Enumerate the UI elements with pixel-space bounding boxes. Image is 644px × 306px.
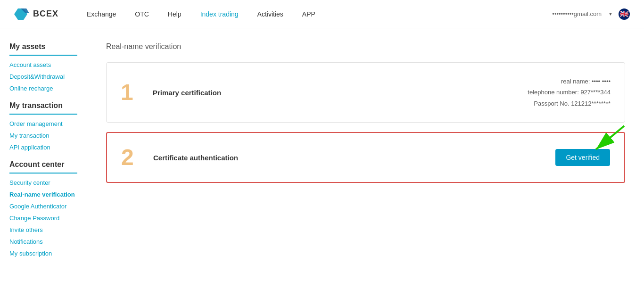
main-container: My assets Account assets Deposit&Withdra… xyxy=(0,28,644,306)
telephone-label: telephone number: xyxy=(528,89,578,96)
passport-value: 121212******** xyxy=(571,100,611,107)
passport-row: Passport No. 121212******** xyxy=(528,98,611,109)
real-name-label: real name: xyxy=(561,78,590,85)
sidebar: My assets Account assets Deposit&Withdra… xyxy=(0,28,87,306)
sidebar-item-order-management[interactable]: Order management xyxy=(9,120,77,127)
user-email[interactable]: ••••••••••gmail.com xyxy=(552,10,602,17)
svg-line-3 xyxy=(596,126,624,149)
step-1-number: 1 xyxy=(121,81,140,104)
primary-certification-title: Primary certification xyxy=(153,89,528,97)
certificate-authentication-card: 2 Certificate authentication Get verifie… xyxy=(106,132,625,183)
real-name-value: •••• •••• xyxy=(592,78,611,85)
sidebar-section-title-my-transaction: My transaction xyxy=(9,101,77,115)
sidebar-item-api-application[interactable]: API application xyxy=(9,144,77,151)
sidebar-item-my-transaction[interactable]: My transaction xyxy=(9,132,77,139)
get-verified-button[interactable]: Get verified xyxy=(555,149,610,166)
dropdown-arrow-icon[interactable]: ▼ xyxy=(608,11,613,17)
logo[interactable]: BCEX xyxy=(14,7,58,22)
sidebar-item-notifications[interactable]: Notifications xyxy=(9,238,77,245)
language-flag-icon[interactable]: 🇬🇧 xyxy=(619,8,630,20)
sidebar-section-title-my-assets: My assets xyxy=(9,42,77,56)
sidebar-section-title-account-center: Account center xyxy=(9,160,77,174)
sidebar-item-my-subscription[interactable]: My subscription xyxy=(9,250,77,257)
nav-exchange[interactable]: Exchange xyxy=(87,10,116,18)
sidebar-section-my-assets: My assets Account assets Deposit&Withdra… xyxy=(9,42,77,92)
nav-otc[interactable]: OTC xyxy=(135,10,149,18)
sidebar-item-online-recharge[interactable]: Online recharge xyxy=(9,85,77,92)
header: BCEX Exchange OTC Help Index trading Act… xyxy=(0,0,644,28)
primary-certification-info: real name: •••• •••• telephone number: 9… xyxy=(528,76,611,109)
nav-activities[interactable]: Activities xyxy=(257,10,283,18)
sidebar-section-account-center: Account center Security center Real-name… xyxy=(9,160,77,257)
sidebar-item-security-center[interactable]: Security center xyxy=(9,179,77,186)
nav-help[interactable]: Help xyxy=(168,10,182,18)
real-name-row: real name: •••• •••• xyxy=(528,76,611,87)
page-title: Real-name verification xyxy=(106,42,625,51)
header-right: ••••••••••gmail.com ▼ 🇬🇧 xyxy=(552,8,630,20)
sidebar-item-account-assets[interactable]: Account assets xyxy=(9,61,77,68)
nav-index-trading[interactable]: Index trading xyxy=(200,10,239,18)
sidebar-item-deposit-withdrawal[interactable]: Deposit&Withdrawal xyxy=(9,73,77,80)
content-area: Real-name verification 1 Primary certifi… xyxy=(87,28,644,306)
certificate-authentication-title: Certificate authentication xyxy=(153,154,555,162)
telephone-row: telephone number: 927****344 xyxy=(528,87,611,98)
sidebar-item-google-authenticator[interactable]: Google Authenticator xyxy=(9,203,77,210)
sidebar-item-change-password[interactable]: Change Password xyxy=(9,215,77,222)
logo-text: BCEX xyxy=(33,9,58,19)
step-2-number: 2 xyxy=(121,146,140,169)
telephone-value: 927****344 xyxy=(580,89,611,96)
main-nav: Exchange OTC Help Index trading Activiti… xyxy=(87,10,552,18)
primary-certification-card: 1 Primary certification real name: •••• … xyxy=(106,62,625,123)
sidebar-item-invite-others[interactable]: Invite others xyxy=(9,226,77,233)
passport-label: Passport No. xyxy=(534,100,569,107)
nav-app[interactable]: APP xyxy=(302,10,315,18)
sidebar-section-my-transaction: My transaction Order management My trans… xyxy=(9,101,77,151)
sidebar-item-real-name-verification[interactable]: Real-name verification xyxy=(9,191,77,198)
